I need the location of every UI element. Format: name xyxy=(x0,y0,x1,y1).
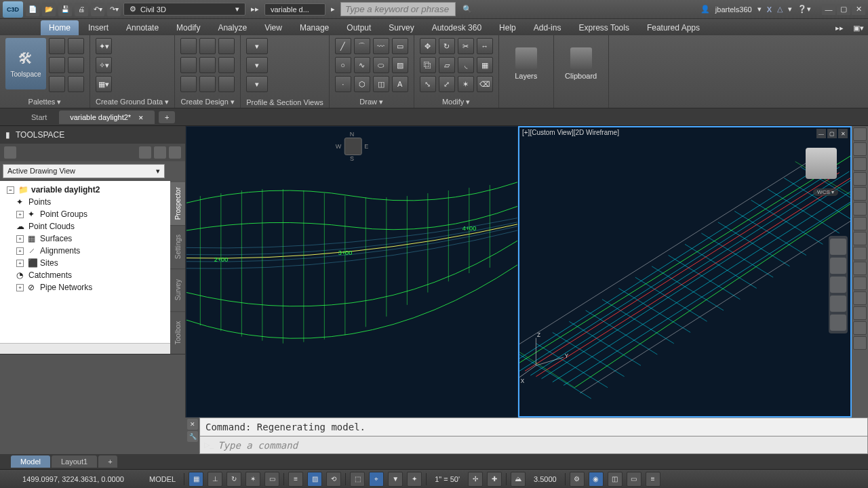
tree-item-sites[interactable]: +⬛Sites xyxy=(3,257,167,269)
app-menu-icon[interactable]: C3D xyxy=(3,1,23,18)
sb-cycling-icon[interactable]: ⟲ xyxy=(326,472,341,487)
sb-3dosnap-icon[interactable]: ⬚ xyxy=(350,472,365,487)
modify-scale-icon[interactable]: ⤢ xyxy=(439,76,455,92)
sb-annoscale-icon[interactable]: ✢ xyxy=(468,472,483,487)
modify-erase-icon[interactable]: ⌫ xyxy=(477,76,493,92)
draw-circle-icon[interactable]: ○ xyxy=(335,57,351,73)
sb-grid-icon[interactable]: ▦ xyxy=(189,472,203,487)
sb-transparency-icon[interactable]: ▨ xyxy=(307,472,322,487)
rtb-icon-8[interactable] xyxy=(853,232,867,245)
tab-expresstools[interactable]: Express Tools xyxy=(570,20,637,35)
tree-item-catchments[interactable]: ◔Catchments xyxy=(3,269,167,281)
ts-toolbar-btn-3[interactable] xyxy=(154,146,166,159)
panel-profile-section-title[interactable]: Profile & Section Views xyxy=(246,97,323,108)
cmd-config-icon[interactable]: 🔧 xyxy=(187,431,198,442)
layers-button[interactable]: Layers xyxy=(505,38,548,89)
ground-icon-3[interactable]: ▦▾ xyxy=(96,76,112,92)
tree-item-pointclouds[interactable]: ☁Point Clouds xyxy=(3,220,167,232)
sb-dynucs-icon[interactable]: ⌖ xyxy=(369,472,384,487)
a360-menu-icon[interactable]: ▾ xyxy=(788,5,792,14)
tab-featuredapps[interactable]: Featured Apps xyxy=(639,20,708,35)
design-icon-6[interactable] xyxy=(218,57,235,73)
tab-survey[interactable]: Survey xyxy=(380,20,422,35)
viewport-close-icon[interactable]: ✕ xyxy=(838,129,848,138)
palette-icon-1[interactable] xyxy=(49,38,65,54)
modify-explode-icon[interactable]: ✶ xyxy=(458,76,474,92)
toolspace-grip-icon[interactable]: ▮ xyxy=(5,130,10,140)
rtb-icon-1[interactable] xyxy=(853,127,867,141)
sb-lineweight-icon[interactable]: ≡ xyxy=(288,472,303,487)
rtb-icon-12[interactable] xyxy=(853,291,867,305)
status-space[interactable]: MODEL xyxy=(145,475,180,483)
tab-insert[interactable]: Insert xyxy=(80,20,117,35)
panel-palettes-title[interactable]: Palettes ▾ xyxy=(5,96,84,108)
modify-fillet-icon[interactable]: ◟ xyxy=(458,57,474,73)
tree-item-points[interactable]: ✦Points xyxy=(3,196,167,208)
vtab-toolbox[interactable]: Toolbox xyxy=(170,311,185,354)
draw-spline-icon[interactable]: ∿ xyxy=(354,57,370,73)
sb-isolate-icon[interactable]: ◫ xyxy=(608,472,623,487)
viewport-right[interactable]: [+][Custom View][2D Wireframe] — ▢ ✕ WCS… xyxy=(518,126,852,418)
cmd-close-icon[interactable]: ✕ xyxy=(187,419,198,430)
tree-scrollbar[interactable] xyxy=(0,343,170,354)
doc-tab-start[interactable]: Start xyxy=(20,110,58,124)
sb-cleanscreen-icon[interactable]: ▭ xyxy=(627,472,642,487)
qat-redo-icon[interactable]: ↷▾ xyxy=(107,3,121,16)
ground-icon-2[interactable]: ✧▾ xyxy=(96,57,112,73)
expand-icon[interactable]: − xyxy=(7,186,14,194)
a360-icon[interactable]: △ xyxy=(777,5,783,14)
qat-open-icon[interactable]: 📂 xyxy=(42,3,56,16)
exchange-x-icon[interactable]: X xyxy=(767,5,772,14)
qat-undo-icon[interactable]: ↶▾ xyxy=(91,3,104,16)
draw-point-icon[interactable]: · xyxy=(335,76,351,92)
modify-rotate-icon[interactable]: ↻ xyxy=(439,38,455,54)
vtab-survey[interactable]: Survey xyxy=(170,268,185,311)
draw-line-icon[interactable]: ╱ xyxy=(335,38,351,54)
draw-arc-icon[interactable]: ⌒ xyxy=(354,38,370,54)
tab-modify[interactable]: Modify xyxy=(168,20,208,35)
clipboard-button[interactable]: Clipboard xyxy=(559,38,603,89)
viewport-left[interactable]: N W E S xyxy=(186,126,518,418)
design-icon-2[interactable] xyxy=(199,38,216,54)
rtb-icon-11[interactable] xyxy=(853,277,867,290)
panel-draw-title[interactable]: Draw ▾ xyxy=(335,96,408,108)
draw-polygon-icon[interactable]: ⬡ xyxy=(354,76,370,92)
draw-text-icon[interactable]: A xyxy=(392,76,408,92)
doc-tab-close-icon[interactable]: ✕ xyxy=(138,115,144,121)
wcs-indicator[interactable]: WCS ▾ xyxy=(813,188,838,196)
tab-autodesk360[interactable]: Autodesk 360 xyxy=(424,20,490,35)
maximize-button[interactable]: ▢ xyxy=(837,4,850,15)
new-doc-tab-button[interactable]: + xyxy=(159,111,175,123)
tab-home[interactable]: Home xyxy=(41,20,79,35)
prospector-tree[interactable]: −📁 variable daylight2 ✦Points +✦Point Gr… xyxy=(0,181,170,343)
minimize-button[interactable]: — xyxy=(822,4,835,15)
modify-copy-icon[interactable]: ⿻ xyxy=(420,57,436,73)
nav-zoom-icon[interactable] xyxy=(830,277,846,293)
palette-icon-6[interactable] xyxy=(68,76,84,92)
sb-hardware-icon[interactable]: ◉ xyxy=(589,472,604,487)
draw-pline-icon[interactable]: 〰 xyxy=(373,38,389,54)
help-icon[interactable]: ❔▾ xyxy=(797,5,811,14)
tree-item-surfaces[interactable]: +▦Surfaces xyxy=(3,232,167,245)
sb-customize-icon[interactable]: ≡ xyxy=(646,472,660,487)
rtb-icon-13[interactable] xyxy=(853,306,867,320)
tree-root[interactable]: −📁 variable daylight2 xyxy=(3,184,167,196)
sb-osnap-icon[interactable]: ▭ xyxy=(264,472,279,487)
rtb-icon-5[interactable] xyxy=(853,187,867,201)
profile-icon-3[interactable]: ▾ xyxy=(246,76,268,92)
rtb-icon-3[interactable] xyxy=(853,157,867,171)
tree-item-pipenetworks[interactable]: +⊘Pipe Networks xyxy=(3,281,167,293)
modify-mirror-icon[interactable]: ▱ xyxy=(439,57,455,73)
qat-overflow-icon[interactable]: ▸▸ xyxy=(248,5,262,14)
ts-toolbar-btn-2[interactable] xyxy=(139,146,151,159)
sb-snap-icon[interactable]: ⊥ xyxy=(208,472,222,487)
tab-annotate[interactable]: Annotate xyxy=(118,20,167,35)
rtb-icon-2[interactable] xyxy=(853,142,867,156)
qat-print-icon[interactable]: 🖨 xyxy=(75,3,88,16)
draw-region-icon[interactable]: ◫ xyxy=(373,76,389,92)
layout-tab-add[interactable]: + xyxy=(98,455,117,468)
modify-extend-icon[interactable]: ↔ xyxy=(477,38,493,54)
toolspace-view-dropdown[interactable]: Active Drawing View▾ xyxy=(3,164,165,178)
design-icon-5[interactable] xyxy=(199,57,216,73)
sb-polar-icon[interactable]: ✶ xyxy=(245,472,260,487)
